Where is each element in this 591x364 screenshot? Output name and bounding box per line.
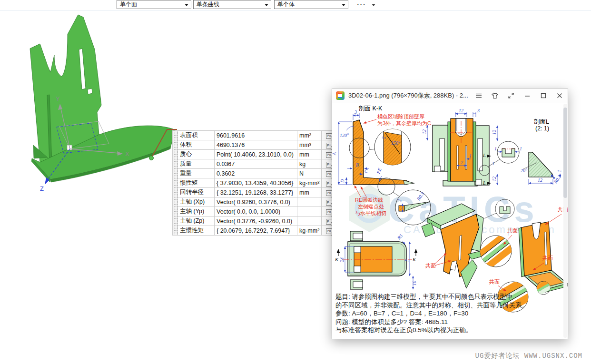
svg-text:R0.3: R0.3 <box>552 174 562 185</box>
svg-text:2: 2 <box>381 137 386 139</box>
select-body-rule[interactable]: 单个体 <box>274 0 348 9</box>
select-body-rule-value: 单个体 <box>277 0 295 9</box>
svg-text:12: 12 <box>538 177 542 183</box>
row-unit: kg <box>297 159 322 169</box>
row-label: 质心 <box>178 150 215 159</box>
svg-text:1: 1 <box>469 153 472 158</box>
row-label: 体积 <box>178 140 215 150</box>
row-value: 0.3602 <box>215 169 297 178</box>
svg-text:RE: RE <box>375 167 383 175</box>
forum-watermark: UG爱好者论坛 WWW.UGSNX.COM <box>475 352 582 360</box>
svg-text:1: 1 <box>520 146 522 151</box>
viewer-image-area: CaTICs CAD digital competition 剖面 K-K <box>332 103 568 339</box>
table-row: 质量 0.0367 kg P= <box>178 159 337 169</box>
problem-line-4: 问题: 模型的体积是多少? 答案: 4685.11 <box>335 318 528 326</box>
problem-line-3: 参数: A=60，B=7，C=1，D=4，E=180，F=30 <box>335 309 528 318</box>
svg-text:10: 10 <box>412 281 417 285</box>
toolbar-overflow-icon[interactable] <box>372 4 375 6</box>
row-value: Vector( 0.3776, -0.9260, 0.0) <box>215 216 297 226</box>
svg-text:L: L <box>483 153 486 158</box>
bottom-view: 24 R5 F 10 K K <box>335 231 417 289</box>
axis-label-x: X <box>125 150 129 157</box>
re-note-line3: 与水平线相切 <box>355 210 386 216</box>
row-value: { 37.9030, 13.4359, 40.3056} <box>215 178 297 188</box>
image-viewer-app-icon <box>336 91 345 100</box>
row-unit: N <box>297 169 322 178</box>
image-viewer-window: 3D02-06-1.png (796×790像素, 288KB) - 2... <box>332 88 568 339</box>
table-row: 主轴 (Yp) Vector( 0.0, 0.0, 1.0000) P= <box>178 207 337 216</box>
maximize-button[interactable] <box>540 92 547 99</box>
close-icon <box>556 92 563 99</box>
select-curve-rule[interactable]: 单条曲线 <box>193 0 271 9</box>
svg-text:12: 12 <box>459 108 463 113</box>
toolbar-more-button[interactable]: ··· <box>353 0 370 9</box>
svg-text:K: K <box>412 257 416 262</box>
svg-text:120°: 120° <box>340 133 349 138</box>
skin-button[interactable] <box>491 92 498 99</box>
svg-text:A: A <box>332 152 337 156</box>
re-note-line1: RE圆弧边线 <box>355 197 383 203</box>
table-row: 质心 Point( 10.4060, 23.1010, 0.0) mm P= <box>178 150 337 159</box>
svg-text:B: B <box>356 162 359 167</box>
coplanar-label: 共面 <box>489 279 500 285</box>
row-value: 0.0367 <box>215 159 297 169</box>
svg-text:K: K <box>335 257 339 262</box>
section-kk-title: 剖面 K-K <box>358 105 383 112</box>
fullscreen-button[interactable] <box>507 92 514 99</box>
row-unit: mm <box>297 150 322 159</box>
problem-line-1: 题目: 请参照图构建三维模型，主要其中不同颜色只表示模型中 <box>335 293 528 301</box>
coplanar-label: 共面 <box>425 263 436 268</box>
table-row: 主轴 (Xp) Vector( 0.9260, 0.3776, 0.0) P= <box>178 197 337 207</box>
minimize-icon <box>524 92 531 99</box>
table-row: 表面积 9601.9616 mm² P= <box>178 131 337 140</box>
row-unit: mm³ <box>297 140 322 150</box>
viewer-titlebar[interactable]: 3D02-06-1.png (796×790像素, 288KB) - 2... <box>332 89 568 103</box>
table-row: 惯性矩 { 37.9030, 13.4359, 40.3056} kg·mm² … <box>178 178 337 188</box>
row-unit: mm² <box>297 131 322 140</box>
menu-button[interactable] <box>475 92 482 99</box>
row-unit: kg·mm² <box>297 226 322 236</box>
problem-text: 题目: 请参照图构建三维模型，主要其中不同颜色只表示模型中 的不同区域，并非装配… <box>335 293 528 334</box>
re-note-line2: 左侧端点处 <box>358 204 384 209</box>
table-row: 主轴 (Zp) Vector( 0.3776, -0.9260, 0.0) P= <box>178 216 337 226</box>
svg-text:3: 3 <box>477 108 480 113</box>
row-value: Vector( 0.9260, 0.3776, 0.0) <box>215 197 297 207</box>
row-unit: mm <box>297 188 322 197</box>
section-l-view: 剖面L (2: 1) 20° 12 R0.3 1 <box>521 118 562 185</box>
problem-line-5: 与标准答案相对误差在正负0.5%以内视为正确。 <box>335 326 528 334</box>
axis-label-y: Y <box>56 95 60 102</box>
section-l-title: 剖面L <box>533 118 549 125</box>
coplanar-label: 共面 <box>507 227 518 233</box>
row-value: 4690.1376 <box>215 140 297 150</box>
svg-text:C: C <box>364 168 368 174</box>
svg-text:2: 2 <box>397 199 402 202</box>
close-button[interactable] <box>556 92 563 99</box>
row-value: Point( 10.4060, 23.1010, 0.0) <box>215 150 297 159</box>
row-unit: kg·mm² <box>297 178 322 188</box>
row-unit <box>297 207 322 216</box>
svg-text:12: 12 <box>492 130 497 135</box>
minimize-button[interactable] <box>523 92 531 99</box>
front-view: 12 3 12 12 12 1 7 1 L L <box>422 108 522 186</box>
svg-text:1: 1 <box>494 146 497 151</box>
row-label: 质量 <box>178 159 215 169</box>
expand-icon <box>508 92 514 99</box>
row-label: 主轴 (Zp) <box>178 216 215 226</box>
viewer-title: 3D02-06-1.png (796×790像素, 288KB) - 2... <box>348 91 475 100</box>
row-label: 主轴 (Xp) <box>178 197 215 207</box>
axis-label-z: Z <box>40 185 44 192</box>
viewer-scrollbar[interactable] <box>563 104 567 338</box>
row-label: 表面积 <box>178 131 215 140</box>
row-value: { 20.0679, 16.7292, 7.6947} <box>215 226 297 236</box>
table-row: 回转半径 { 32.1251, 19.1268, 33.1277} mm P= <box>178 188 337 197</box>
row-value: { 32.1251, 19.1268, 33.1277} <box>215 188 297 197</box>
panel-drag-grip[interactable] <box>172 130 177 236</box>
row-value: Vector( 0.0, 0.0, 1.0000) <box>215 207 297 216</box>
svg-text:L: L <box>483 180 486 186</box>
svg-text:1: 1 <box>557 170 562 172</box>
wall-note-line1: 橘色区域除顶部壁厚 <box>377 114 424 119</box>
row-label: 主轴 (Yp) <box>178 207 215 216</box>
hamburger-icon <box>475 92 482 99</box>
measurement-panel: 表面积 9601.9616 mm² P= 体积 4690.1376 mm³ P=… <box>172 130 337 236</box>
scrollbar-thumb[interactable] <box>563 108 567 198</box>
